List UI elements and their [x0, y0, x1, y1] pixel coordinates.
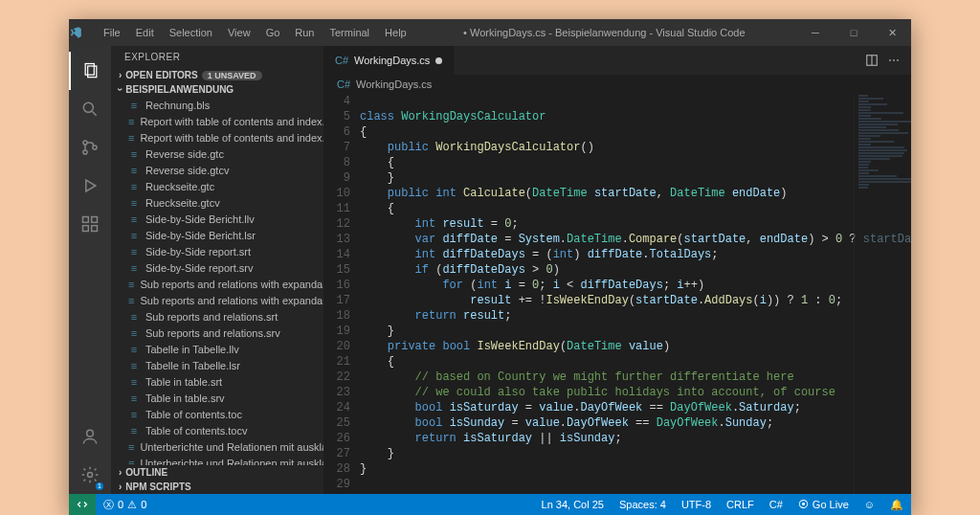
file-item[interactable]: ≡Sub reports and relations.srv — [111, 325, 323, 341]
file-item[interactable]: ≡Tabelle in Tabelle.llv — [111, 341, 323, 357]
code-line[interactable]: } — [360, 324, 911, 339]
code-area[interactable]: 4567891011121314151617181920212223242526… — [323, 94, 911, 494]
file-icon: ≡ — [128, 376, 140, 388]
code-line[interactable]: result += !IsWeekEndDay(startDate.AddDay… — [360, 293, 911, 308]
code-line[interactable]: // based on Country we might further dif… — [360, 369, 911, 385]
code-line[interactable]: if (diffDateDays > 0) — [360, 262, 911, 278]
menu-run[interactable]: Run — [289, 23, 320, 42]
scm-icon[interactable] — [69, 128, 111, 167]
minimize-button[interactable]: ─ — [796, 22, 835, 44]
close-button[interactable]: ✕ — [873, 22, 911, 44]
code-line[interactable]: // we could also take public holidays in… — [360, 385, 911, 400]
code-line[interactable]: return result; — [360, 308, 911, 324]
file-item[interactable]: ≡Report with table of contents and index… — [111, 129, 323, 146]
code-line[interactable]: int diffDateDays = (int) diffDate.TotalD… — [360, 247, 911, 262]
tab-bar: C# WorkingDays.cs ⋯ — [323, 46, 911, 75]
open-editors-header[interactable]: › OPEN EDITORS 1 UNSAVED — [111, 68, 323, 82]
file-item[interactable]: ≡Rueckseite.gtc — [111, 178, 323, 194]
debug-icon[interactable] — [69, 167, 111, 205]
file-item[interactable]: ≡Unterberichte und Relationen mit auskla… — [111, 438, 323, 455]
file-item[interactable]: ≡Sub reports and relations.srt — [111, 308, 323, 325]
language-mode[interactable]: C# — [762, 499, 791, 510]
file-label: Reverse side.gtcv — [145, 165, 229, 176]
breadcrumb[interactable]: C# WorkingDays.cs — [323, 75, 911, 94]
code-line[interactable]: } — [360, 461, 911, 477]
encoding[interactable]: UTF-8 — [674, 499, 719, 510]
code-line[interactable]: bool isSaturday = value.DayOfWeek == Day… — [360, 400, 911, 415]
file-item[interactable]: ≡Reverse side.gtcv — [111, 162, 323, 178]
file-item[interactable]: ≡Report with table of contents and index… — [111, 113, 323, 129]
notifications-icon[interactable]: 🔔 — [882, 499, 911, 511]
code-line[interactable]: { — [360, 201, 911, 216]
menu-terminal[interactable]: Terminal — [324, 23, 376, 42]
tab-workingdays[interactable]: C# WorkingDays.cs — [323, 46, 455, 75]
file-item[interactable]: ≡Rueckseite.gtcv — [111, 194, 323, 211]
file-item[interactable]: ≡Rechnung.bls — [111, 97, 323, 113]
feedback-icon[interactable]: ☺ — [857, 499, 882, 510]
file-item[interactable]: ≡Side-by-Side Bericht.llv — [111, 211, 323, 227]
go-live-button[interactable]: ⦿Go Live — [791, 499, 857, 510]
file-item[interactable]: ≡Table in table.srv — [111, 390, 323, 406]
file-item[interactable]: ≡Side-by-Side report.srv — [111, 259, 323, 276]
code-line[interactable]: class WorkingDaysCalculator — [360, 109, 911, 124]
code-line[interactable] — [360, 94, 911, 109]
chevron-right-icon: › — [119, 70, 122, 80]
menu-go[interactable]: Go — [260, 23, 286, 42]
file-item[interactable]: ≡Reverse side.gtc — [111, 146, 323, 162]
file-item[interactable]: ≡Table of contents.toc — [111, 406, 323, 422]
code-line[interactable]: int result = 0; — [360, 216, 911, 232]
tab-actions: ⋯ — [854, 46, 911, 75]
code-line[interactable]: for (int i = 0; i < diffDateDays; i++) — [360, 278, 911, 293]
maximize-button[interactable]: □ — [835, 22, 873, 44]
code-line[interactable]: { — [360, 155, 911, 170]
file-item[interactable]: ≡Sub reports and relations with expandab… — [111, 292, 323, 308]
code-line[interactable]: public WorkingDaysCalculator() — [360, 140, 911, 155]
file-item[interactable]: ≡Table in table.srt — [111, 373, 323, 390]
menu-file[interactable]: File — [98, 23, 126, 42]
cursor-position[interactable]: Ln 34, Col 25 — [534, 499, 612, 510]
menu-edit[interactable]: Edit — [130, 23, 160, 42]
minimap[interactable] — [854, 94, 911, 494]
window-title: • WorkingDays.cs - Beispielanwendung - V… — [412, 27, 796, 38]
code-line[interactable] — [360, 477, 911, 492]
menu-selection[interactable]: Selection — [164, 23, 218, 42]
eol[interactable]: CRLF — [719, 499, 762, 510]
code-line[interactable]: static void Main() — [360, 492, 911, 494]
file-icon: ≡ — [128, 262, 140, 274]
npm-scripts-header[interactable]: › NPM SCRIPTS — [111, 480, 323, 494]
folder-header[interactable]: › BEISPIELANWENDUNG — [111, 82, 323, 97]
file-label: Sub reports and relations with expandabl… — [140, 279, 323, 290]
code-line[interactable]: } — [360, 446, 911, 461]
npm-label: NPM SCRIPTS — [125, 481, 190, 492]
code-content[interactable]: class WorkingDaysCalculator{ public Work… — [360, 94, 911, 494]
file-item[interactable]: ≡Table of contents.tocv — [111, 422, 323, 438]
menu-help[interactable]: Help — [379, 23, 412, 42]
file-item[interactable]: ≡Side-by-Side report.srt — [111, 243, 323, 259]
file-label: Tabelle in Tabelle.llv — [145, 344, 239, 355]
extensions-icon[interactable] — [69, 205, 111, 243]
gear-icon[interactable]: 1 — [69, 456, 111, 494]
file-item[interactable]: ≡Unterberichte und Relationen mit auskla… — [111, 455, 323, 465]
file-item[interactable]: ≡Tabelle in Tabelle.lsr — [111, 357, 323, 373]
file-item[interactable]: ≡Sub reports and relations with expandab… — [111, 276, 323, 292]
code-line[interactable]: { — [360, 124, 911, 140]
search-icon[interactable] — [69, 90, 111, 128]
split-editor-icon[interactable] — [865, 54, 879, 67]
menu-view[interactable]: View — [222, 23, 256, 42]
code-line[interactable]: public int Calculate(DateTime startDate,… — [360, 186, 911, 201]
problems-button[interactable]: ⓧ0 ⚠0 — [96, 498, 154, 512]
code-line[interactable]: } — [360, 170, 911, 186]
code-line[interactable]: bool isSunday = value.DayOfWeek == DayOf… — [360, 415, 911, 431]
sidebar: EXPLORER › OPEN EDITORS 1 UNSAVED › BEIS… — [111, 46, 323, 494]
code-line[interactable]: var diffDate = System.DateTime.Compare(s… — [360, 232, 911, 247]
more-icon[interactable]: ⋯ — [888, 54, 900, 67]
code-line[interactable]: private bool IsWeekEndDay(DateTime value… — [360, 339, 911, 354]
explorer-icon[interactable] — [69, 52, 111, 90]
file-item[interactable]: ≡Side-by-Side Bericht.lsr — [111, 227, 323, 243]
indentation[interactable]: Spaces: 4 — [612, 499, 674, 510]
code-line[interactable]: return isSaturday || isSunday; — [360, 431, 911, 446]
code-line[interactable]: { — [360, 354, 911, 369]
remote-indicator[interactable] — [69, 494, 96, 515]
outline-header[interactable]: › OUTLINE — [111, 465, 323, 480]
account-icon[interactable] — [69, 417, 111, 456]
